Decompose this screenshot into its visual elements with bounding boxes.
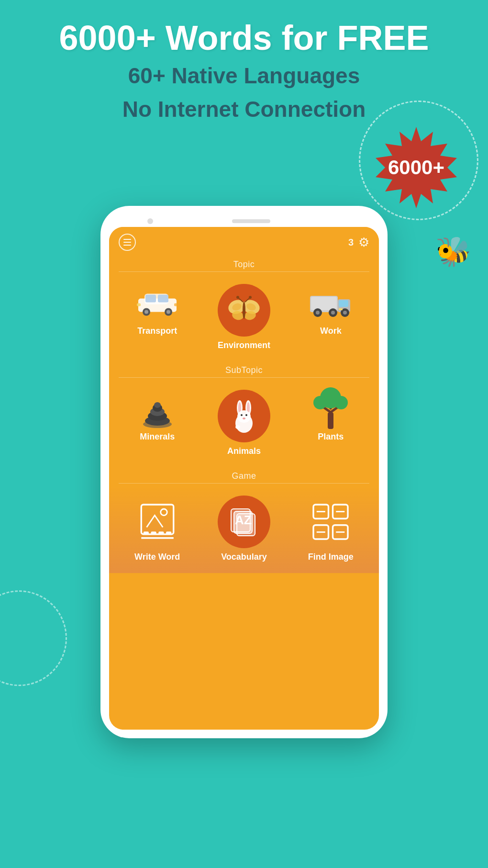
tree-icon	[311, 387, 350, 430]
svg-point-31	[343, 311, 347, 315]
game-item-write-word[interactable]: Write Word	[114, 491, 200, 566]
svg-point-46	[245, 414, 247, 416]
subtopic-item-minerals[interactable]: Minerals	[114, 385, 200, 460]
find-image-icon-container	[304, 496, 357, 548]
vocabulary-icon-container: AZ	[218, 496, 270, 548]
work-label: Work	[320, 326, 342, 336]
hamburger-line	[123, 245, 131, 246]
svg-rect-32	[339, 308, 343, 310]
topic-item-work[interactable]: Work	[288, 279, 374, 354]
hamburger-line	[123, 239, 131, 240]
minerals-label: Minerals	[140, 432, 175, 442]
svg-point-6	[144, 310, 148, 314]
divider-line-left	[119, 483, 244, 484]
svg-point-21	[249, 296, 252, 299]
header-section: 6000+ Words for FREE 60+ Native Language…	[0, 19, 488, 124]
animals-label: Animals	[227, 446, 261, 456]
badge-6000: 6000+	[373, 124, 459, 211]
transport-label: Transport	[137, 326, 177, 336]
game-section-label: Game	[109, 467, 379, 483]
divider-line-left	[119, 271, 244, 272]
svg-rect-10	[174, 304, 178, 306]
subtopic-divider	[109, 377, 379, 378]
game-grid: Write Word AZ Vocabulary	[109, 486, 379, 573]
phone-camera	[147, 218, 153, 224]
svg-point-38	[154, 402, 161, 408]
svg-point-8	[166, 310, 170, 314]
svg-rect-58	[143, 531, 148, 534]
app-bar-right: 3 ⚙	[348, 235, 369, 250]
word-count: 3	[348, 237, 354, 248]
divider-line-right	[244, 377, 369, 378]
header-title: 6000+ Words for FREE	[0, 19, 488, 57]
environment-label: Environment	[218, 340, 270, 350]
svg-point-55	[334, 396, 348, 409]
subtopic-section-label: SubTopic	[109, 361, 379, 377]
badge-text: 6000+	[388, 156, 444, 179]
header-subtitle1: 60+ Native Languages	[0, 62, 488, 90]
svg-rect-49	[328, 412, 333, 429]
divider-line-left	[119, 377, 244, 378]
svg-point-29	[331, 311, 335, 315]
find-image-label: Find Image	[308, 552, 354, 562]
phone-outer: 3 ⚙ Topic	[100, 206, 388, 738]
subtopic-item-animals[interactable]: Animals	[200, 385, 287, 460]
svg-point-48	[235, 425, 240, 429]
svg-rect-23	[311, 297, 337, 310]
divider-line-right	[244, 271, 369, 272]
svg-point-45	[241, 414, 243, 416]
svg-rect-4	[158, 295, 168, 303]
topic-item-transport[interactable]: Transport	[114, 279, 200, 354]
svg-rect-60	[158, 531, 164, 534]
car-icon	[136, 289, 179, 317]
write-word-label: Write Word	[134, 552, 180, 562]
phone-speaker	[232, 219, 270, 223]
svg-point-20	[236, 296, 239, 299]
topic-divider	[109, 271, 379, 272]
subtopic-grid: Minerals	[109, 380, 379, 467]
divider-line-right	[244, 483, 369, 484]
subtopic-item-plants[interactable]: Plants	[288, 385, 374, 460]
stones-icon	[138, 390, 177, 428]
svg-point-27	[316, 311, 320, 315]
game-item-vocabulary[interactable]: AZ Vocabulary	[200, 491, 287, 566]
svg-rect-3	[145, 295, 156, 303]
bee-decoration: 🐝	[435, 235, 471, 269]
app-bar: 3 ⚙	[109, 227, 379, 256]
settings-icon[interactable]: ⚙	[358, 235, 369, 250]
animals-icon-container	[218, 390, 270, 442]
phone-screen: 3 ⚙ Topic	[109, 227, 379, 730]
svg-point-57	[160, 509, 167, 516]
transport-icon-container	[131, 284, 184, 322]
svg-point-17	[243, 302, 245, 319]
svg-rect-9	[137, 304, 141, 306]
header-subtitle2: No Internet Connection	[0, 95, 488, 124]
minerals-icon-container	[131, 390, 184, 428]
environment-icon-container	[218, 284, 270, 337]
svg-rect-59	[151, 531, 156, 534]
game-divider	[109, 483, 379, 484]
svg-text:AZ: AZ	[235, 513, 252, 527]
plants-label: Plants	[318, 432, 344, 442]
game-item-find-image[interactable]: Find Image	[288, 491, 374, 566]
topic-grid: Transport	[109, 274, 379, 361]
truck-icon	[309, 289, 352, 317]
hamburger-button[interactable]	[119, 234, 136, 251]
topic-section-label: Topic	[109, 256, 379, 271]
svg-point-47	[243, 417, 245, 419]
vocabulary-label: Vocabulary	[221, 552, 267, 562]
hamburger-line	[123, 242, 131, 243]
svg-point-44	[237, 410, 251, 423]
work-icon-container	[304, 284, 357, 322]
vocabulary-icon: AZ	[227, 505, 261, 539]
dashed-arc-decoration	[0, 590, 67, 686]
rabbit-icon	[227, 399, 261, 433]
svg-point-54	[313, 396, 327, 409]
phone-mockup: 3 ⚙ Topic	[100, 206, 388, 738]
butterfly-icon	[227, 293, 261, 327]
write-word-icon-container	[131, 496, 184, 548]
phone-notch	[109, 214, 379, 227]
topic-item-environment[interactable]: Environment	[200, 279, 287, 354]
find-image-icon	[309, 500, 352, 543]
plants-icon-container	[304, 390, 357, 428]
